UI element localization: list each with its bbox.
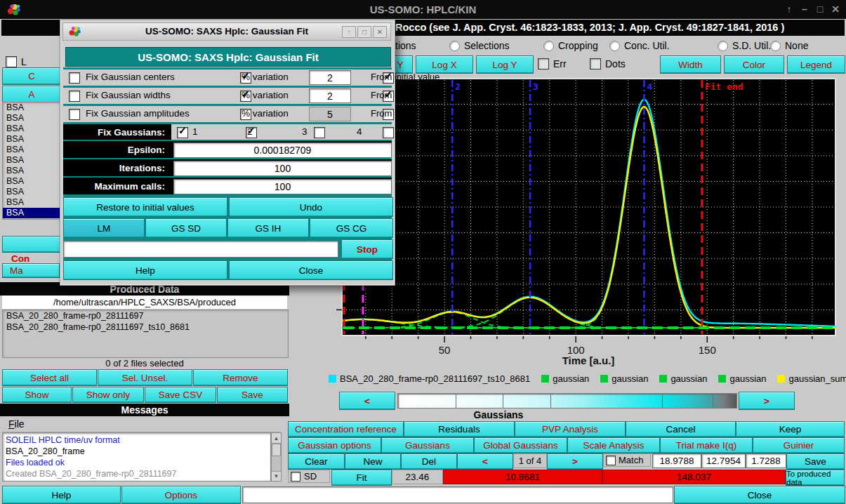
residuals-button[interactable]: Residuals bbox=[404, 421, 515, 437]
gaussian-range-slider[interactable] bbox=[397, 393, 737, 409]
stop-button[interactable]: Stop bbox=[341, 239, 393, 259]
dialog-titlebar[interactable]: US-SOMO: SAXS Hplc: Gaussian Fit ↑ □ ✕ bbox=[62, 22, 391, 41]
scrollbar-thumb[interactable] bbox=[272, 444, 281, 456]
err-checkbox[interactable] bbox=[538, 58, 549, 69]
gs-ih-button[interactable]: GS IH bbox=[227, 218, 309, 238]
minimize-button[interactable]: – bbox=[797, 4, 812, 15]
keep-button[interactable]: Keep bbox=[736, 421, 845, 437]
gaussians-button[interactable]: Gaussians bbox=[381, 437, 474, 453]
radio-conc-util[interactable] bbox=[609, 41, 620, 51]
dialog-maximize-button[interactable]: □ bbox=[357, 26, 371, 38]
file-menu[interactable]: File bbox=[8, 417, 25, 432]
guinier-button[interactable]: Guinier bbox=[753, 437, 845, 453]
widths-pct-field[interactable]: 2 bbox=[309, 88, 351, 103]
shade-button[interactable]: ↑ bbox=[781, 4, 797, 15]
window-title: US-SOMO: HPLC/KIN bbox=[0, 4, 846, 15]
gaussian-next-button[interactable]: > bbox=[739, 392, 795, 410]
lm-button[interactable]: LM bbox=[63, 218, 145, 238]
color-button[interactable]: Color bbox=[724, 55, 784, 74]
dialog-close-button-wide[interactable]: Close bbox=[229, 260, 393, 280]
radio-none[interactable] bbox=[770, 41, 781, 51]
legend-button[interactable]: Legend bbox=[787, 55, 845, 74]
fix-widths-checkbox[interactable] bbox=[69, 91, 80, 102]
clear-button[interactable]: Clear bbox=[288, 453, 345, 470]
fix-amplitudes-checkbox[interactable] bbox=[69, 109, 80, 120]
save-csv-button[interactable]: Save CSV bbox=[145, 387, 216, 403]
left-button-a[interactable]: A bbox=[2, 86, 61, 103]
scroll-down-icon[interactable]: ▼ bbox=[272, 471, 281, 481]
sd-checkbox[interactable] bbox=[291, 472, 300, 482]
new-button[interactable]: New bbox=[345, 453, 401, 470]
gaussian-fit-dialog: US-SOMO: SAXS Hplc: Gaussian Fit ↑ □ ✕ U… bbox=[60, 20, 395, 286]
gs-cg-button[interactable]: GS CG bbox=[310, 218, 393, 238]
fix-centers-checkbox[interactable] bbox=[69, 72, 80, 84]
show-button[interactable]: Show bbox=[2, 387, 72, 403]
lock-checkbox[interactable] bbox=[6, 56, 17, 67]
dots-checkbox[interactable] bbox=[590, 58, 601, 69]
sel-unsel-button[interactable]: Sel. Unsel. bbox=[98, 369, 192, 386]
del-button[interactable]: Del bbox=[401, 453, 457, 470]
select-all-button[interactable]: Select all bbox=[2, 369, 97, 386]
left-button-ma[interactable]: Ma bbox=[2, 263, 60, 278]
epsilon-row: Epsilon: 0.000182709 bbox=[63, 141, 392, 158]
produced-list-item[interactable]: BSA_20_280_frame-rp0_28111697 bbox=[3, 310, 288, 321]
left-button-c[interactable]: C bbox=[2, 67, 61, 85]
trial-make-iq-button[interactable]: Trial make I(q) bbox=[660, 437, 753, 453]
gaussian-width-field[interactable]: 12.7954 bbox=[701, 453, 746, 468]
gaussian-options-button[interactable]: Gaussian options bbox=[288, 437, 381, 453]
restore-initial-button[interactable]: Restore to initial values bbox=[63, 197, 227, 217]
concentration-reference-button[interactable]: Concentration reference bbox=[288, 421, 404, 437]
fix-gaussian-3-checkbox[interactable] bbox=[314, 127, 325, 138]
messages-scrollbar[interactable]: ▲ ▼ bbox=[271, 432, 282, 482]
match-checkbox[interactable] bbox=[606, 456, 616, 465]
close-button[interactable]: ✕ bbox=[828, 4, 843, 15]
show-only-button[interactable]: Show only bbox=[72, 387, 144, 403]
epsilon-label: Epsilon: bbox=[63, 141, 171, 158]
radio-cropping[interactable] bbox=[543, 41, 554, 51]
to-produced-data-button[interactable]: To produced data bbox=[786, 470, 845, 486]
scroll-up-icon[interactable]: ▲ bbox=[272, 433, 281, 444]
gaussian-amplitude-field[interactable]: 1.7288 bbox=[746, 453, 786, 468]
iterations-field[interactable]: 100 bbox=[173, 161, 392, 176]
dialog-shade-button[interactable]: ↑ bbox=[342, 26, 356, 38]
plot-canvas[interactable]: Time [a.u.] 50100150Fit start234Fit end bbox=[333, 76, 839, 371]
gaussian-center-field[interactable]: 18.9788 bbox=[652, 453, 701, 468]
mode-fragment-label: tions bbox=[395, 40, 416, 51]
fit-button[interactable]: Fit bbox=[331, 470, 392, 486]
marker-label: 3 bbox=[533, 81, 538, 92]
undo-button[interactable]: Undo bbox=[229, 197, 393, 217]
maximize-button[interactable]: □ bbox=[812, 4, 828, 15]
fit-end-field[interactable]: 148.037 bbox=[602, 470, 786, 484]
epsilon-field[interactable]: 0.000182709 bbox=[173, 142, 392, 158]
fix-gaussian-4-checkbox[interactable] bbox=[383, 127, 394, 138]
help-button[interactable]: Help bbox=[2, 486, 121, 504]
centers-pct-field[interactable]: 2 bbox=[309, 70, 351, 85]
fit-start-field[interactable]: 10.8681 bbox=[443, 470, 602, 484]
scale-analysis-button[interactable]: Scale Analysis bbox=[567, 437, 660, 453]
save-button[interactable]: Save bbox=[217, 387, 288, 403]
maxcalls-field[interactable]: 100 bbox=[173, 179, 392, 194]
options-button[interactable]: Options bbox=[121, 486, 241, 504]
produced-data-list[interactable]: BSA_20_280_frame-rp0_28111697BSA_20_280_… bbox=[2, 310, 289, 358]
pvp-analysis-button[interactable]: PVP Analysis bbox=[515, 421, 626, 437]
dialog-close-button[interactable]: ✕ bbox=[373, 26, 387, 38]
remove-button[interactable]: Remove bbox=[193, 369, 288, 386]
messages-box[interactable]: SOLEIL HPLC time/uv formatBSA_20_280_fra… bbox=[2, 432, 271, 482]
prev-gaussian-button[interactable]: < bbox=[457, 453, 513, 470]
radio-sd-util[interactable] bbox=[718, 41, 728, 51]
log-y-button[interactable]: Log Y bbox=[476, 55, 534, 74]
gaussian-prev-button[interactable]: < bbox=[339, 392, 395, 410]
fix-amplitudes-label: Fix Gaussian amplitudes bbox=[86, 108, 190, 119]
gs-sd-button[interactable]: GS SD bbox=[145, 218, 227, 238]
dialog-help-button[interactable]: Help bbox=[63, 260, 227, 280]
global-gaussians-button[interactable]: Global Gaussians bbox=[474, 437, 567, 453]
radio-selections[interactable] bbox=[449, 41, 460, 51]
left-button-blank[interactable] bbox=[2, 236, 61, 253]
cancel-button[interactable]: Cancel bbox=[626, 421, 736, 437]
close-main-button[interactable]: Close bbox=[674, 486, 845, 504]
width-button[interactable]: Width bbox=[660, 55, 721, 74]
fix-gaussian-1-checkbox[interactable] bbox=[177, 127, 188, 138]
next-gaussian-button[interactable]: > bbox=[547, 453, 603, 470]
produced-list-item[interactable]: BSA_20_280_frame-rp0_28111697_ts10_8681 bbox=[3, 321, 288, 333]
save-gaussians-button[interactable]: Save bbox=[786, 453, 845, 470]
